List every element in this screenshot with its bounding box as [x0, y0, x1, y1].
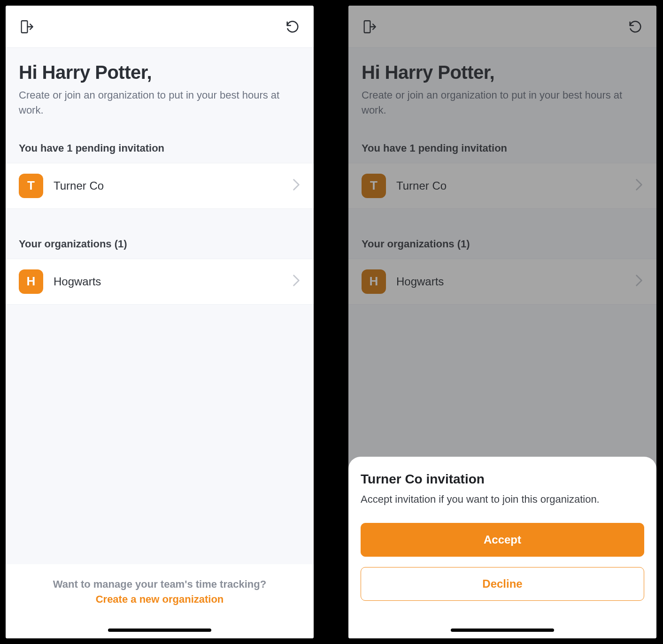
logout-icon[interactable]: [19, 19, 35, 35]
org-avatar: H: [19, 269, 43, 294]
org-name-label: Turner Co: [54, 179, 292, 192]
greeting-title: Hi Harry Potter,: [19, 62, 301, 83]
organization-row[interactable]: H Hogwarts: [6, 259, 314, 305]
org-name-label: Hogwarts: [54, 275, 292, 288]
home-indicator: [108, 629, 211, 632]
footer: Want to manage your team's time tracking…: [6, 564, 314, 638]
invitations-header: You have 1 pending invitation: [6, 134, 314, 163]
sheet-subtitle: Accept invitation if you want to join th…: [361, 492, 644, 507]
accept-button[interactable]: Accept: [361, 523, 644, 557]
footer-question: Want to manage your team's time tracking…: [19, 578, 301, 590]
main-content: Hi Harry Potter, Create or join an organ…: [6, 48, 314, 638]
decline-button[interactable]: Decline: [361, 567, 644, 601]
invitation-sheet: Turner Co invitation Accept invitation i…: [348, 457, 656, 638]
refresh-icon[interactable]: [285, 19, 301, 35]
home-indicator: [451, 629, 554, 632]
org-avatar: T: [19, 174, 43, 198]
chevron-right-icon: [292, 274, 301, 289]
topbar: [6, 6, 314, 48]
invitation-row[interactable]: T Turner Co: [6, 163, 314, 209]
create-organization-link[interactable]: Create a new organization: [19, 593, 301, 606]
organizations-header: Your organizations (1): [6, 230, 314, 259]
greeting-subtitle: Create or join an organization to put in…: [19, 88, 301, 118]
chevron-right-icon: [292, 178, 301, 193]
sheet-title: Turner Co invitation: [361, 472, 644, 487]
svg-rect-0: [22, 21, 28, 33]
phone-screen-main: Hi Harry Potter, Create or join an organ…: [5, 5, 315, 639]
phone-screen-modal: Hi Harry Potter, Create or join an organ…: [347, 5, 657, 639]
